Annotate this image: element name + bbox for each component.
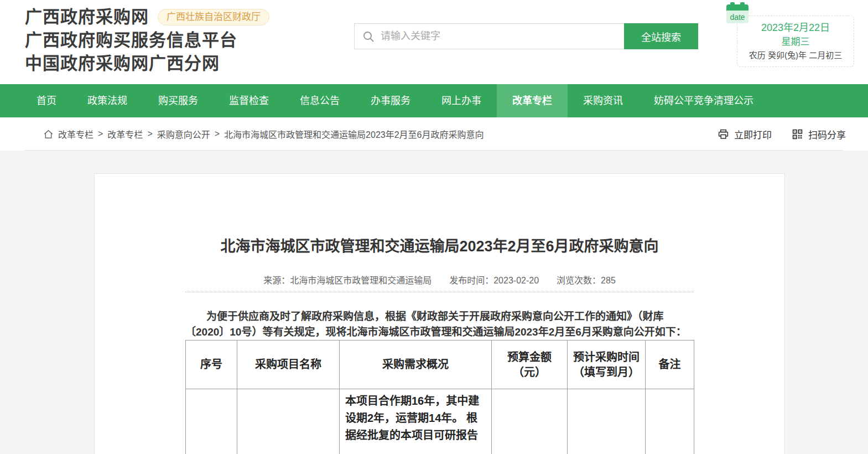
nav-item-purchase-services[interactable]: 购买服务	[143, 84, 214, 117]
nav-item-procurement-news[interactable]: 采购资讯	[568, 84, 638, 117]
page-tools: 立即打印 扫码分享	[718, 117, 846, 151]
col-header-planned-time: 预计采购时间（填写到月）	[568, 341, 646, 389]
breadcrumb-item-1[interactable]: 改革专栏	[58, 127, 93, 141]
article-source: 来源：北海市海城区市政管理和交通运输局	[263, 275, 432, 287]
cell-project-name	[237, 389, 340, 454]
nav-item-supervision[interactable]: 监督检查	[214, 84, 284, 117]
qr-code-icon	[792, 128, 803, 140]
share-label: 扫码分享	[808, 127, 846, 141]
logo-line-2: 广西政府购买服务信息平台	[25, 29, 269, 52]
search-button[interactable]: 全站搜索	[624, 23, 698, 49]
cell-planned-time	[568, 389, 646, 454]
table-header-row: 序号 采购项目名称 采购需求概况 预算金额（元） 预计采购时间（填写到月） 备注	[186, 341, 694, 389]
home-icon[interactable]	[43, 129, 54, 140]
current-date: 2023年2月22日	[737, 21, 854, 35]
breadcrumb: 改革专栏 > 改革专栏 > 采购意向公开 > 北海市海城区市政管理和交通运输局2…	[43, 117, 484, 151]
article-intro: 为便于供应商及时了解政府采购信息，根据《财政部关于开展政府采购意向公开工作的通知…	[185, 309, 694, 340]
authority-badge: 广西壮族自治区财政厅	[158, 9, 269, 25]
logo-line-3: 中国政府采购网广西分网	[25, 52, 269, 75]
nav-item-fair-competition[interactable]: 妨碍公平竞争清理公示	[638, 84, 769, 117]
breadcrumb-separator: >	[147, 129, 152, 139]
main-content-area: 北海市海城区市政管理和交通运输局2023年2月至6月政府采购意向 来源：北海市海…	[0, 151, 868, 454]
col-header-project-name: 采购项目名称	[237, 341, 340, 389]
article-publish-time: 发布时间：2023-02-20	[449, 275, 539, 287]
breadcrumb-item-3[interactable]: 采购意向公开	[157, 127, 210, 141]
breadcrumb-separator: >	[215, 129, 220, 139]
breadcrumb-item-current: 北海市海城区市政管理和交通运输局2023年2月至6月政府采购意向	[224, 127, 484, 141]
nav-item-online-services[interactable]: 网上办事	[426, 84, 497, 117]
cell-index	[186, 389, 237, 454]
cell-requirement: 本项目合作期16年，其中建设期2年，运营期14年。 根据经批复的本项目可研报告	[340, 389, 492, 454]
breadcrumb-item-2[interactable]: 改革专栏	[107, 127, 143, 141]
col-header-budget: 预算金额（元）	[492, 341, 568, 389]
cell-remarks	[646, 389, 694, 454]
article-card: 北海市海城区市政管理和交通运输局2023年2月至6月政府采购意向 来源：北海市海…	[94, 173, 785, 454]
logo-line-1: 广西政府采购网	[25, 6, 149, 29]
search-input[interactable]	[381, 30, 624, 42]
col-header-requirement: 采购需求概况	[340, 341, 492, 389]
print-button[interactable]: 立即打印	[718, 127, 772, 141]
breadcrumb-separator: >	[98, 129, 103, 139]
nav-item-home[interactable]: 首页	[21, 84, 72, 117]
col-header-remarks: 备注	[646, 341, 694, 389]
date-widget: 2023年2月22日 星期三 农历 癸卯(兔)年 二月初三	[737, 16, 854, 67]
current-weekday: 星期三	[737, 35, 854, 49]
site-logo[interactable]: 广西政府采购网 广西壮族自治区财政厅 广西政府购买服务信息平台 中国政府采购网广…	[25, 6, 269, 75]
cell-budget	[492, 389, 568, 454]
main-navigation: 首页 政策法规 购买服务 监督检查 信息公告 办事服务 网上办事 改革专栏 采购…	[0, 84, 868, 117]
nav-item-reform-column[interactable]: 改革专栏	[497, 84, 568, 117]
article-title: 北海市海城区市政管理和交通运输局2023年2月至6月政府采购意向	[185, 174, 694, 257]
table-row: 本项目合作期16年，其中建设期2年，运营期14年。 根据经批复的本项目可研报告	[186, 389, 694, 454]
share-qr-button[interactable]: 扫码分享	[792, 127, 846, 141]
procurement-intent-table: 序号 采购项目名称 采购需求概况 预算金额（元） 预计采购时间（填写到月） 备注…	[185, 340, 694, 454]
calendar-icon: date	[726, 2, 749, 23]
col-header-index: 序号	[186, 341, 237, 389]
site-header: 广西政府采购网 广西壮族自治区财政厅 广西政府购买服务信息平台 中国政府采购网广…	[0, 0, 868, 84]
print-label: 立即打印	[734, 127, 772, 141]
search-icon	[362, 30, 375, 43]
article-meta: 来源：北海市海城区市政管理和交通运输局 发布时间：2023-02-20 浏览次数…	[185, 275, 694, 287]
printer-icon	[718, 128, 729, 140]
nav-item-announcements[interactable]: 信息公告	[284, 84, 355, 117]
nav-item-affairs[interactable]: 办事服务	[355, 84, 426, 117]
nav-item-policies[interactable]: 政策法规	[72, 84, 143, 117]
article-view-count: 浏览次数：285	[557, 275, 616, 287]
site-search: 全站搜索	[354, 23, 698, 49]
breadcrumb-bar: 改革专栏 > 改革专栏 > 采购意向公开 > 北海市海城区市政管理和交通运输局2…	[0, 117, 868, 151]
lunar-date: 农历 癸卯(兔)年 二月初三	[737, 49, 854, 61]
meta-divider	[185, 292, 694, 292]
